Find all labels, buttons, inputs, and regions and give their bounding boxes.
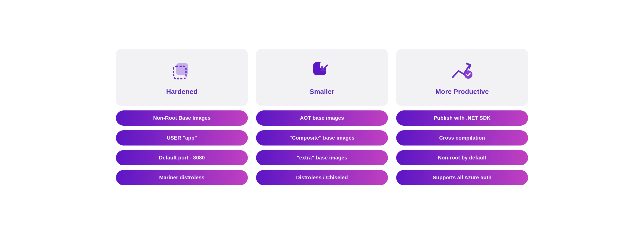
card-smaller: Smaller: [256, 49, 388, 106]
pill-hardened-3: Default port - 8080: [116, 150, 248, 165]
hardened-icon: [170, 59, 193, 83]
pill-smaller-1: AOT base images: [256, 110, 388, 126]
pill-smaller-3: "extra" base images: [256, 150, 388, 165]
pill-productive-4: Supports all Azure auth: [396, 170, 528, 185]
pill-smaller-2: "Composite" base images: [256, 130, 388, 146]
pill-productive-1: Publish with .NET SDK: [396, 110, 528, 126]
smaller-icon: [310, 59, 334, 83]
pill-smaller-4: Distroless / Chiseled: [256, 170, 388, 185]
card-smaller-title: Smaller: [310, 88, 334, 96]
card-productive: More Productive: [396, 49, 528, 106]
pill-hardened-1: Non-Root Base Images: [116, 110, 248, 126]
pill-hardened-4: Mariner distroless: [116, 170, 248, 185]
card-hardened: Hardened: [116, 49, 248, 106]
pill-productive-2: Cross compilation: [396, 130, 528, 146]
pill-hardened-2: USER "app": [116, 130, 248, 146]
card-hardened-title: Hardened: [166, 88, 198, 96]
column-hardened: Hardened Non-Root Base Images USER "app"…: [116, 49, 248, 185]
column-productive: More Productive Publish with .NET SDK Cr…: [396, 49, 528, 185]
column-smaller: Smaller AOT base images "Composite" base…: [256, 49, 388, 185]
productive-icon: [451, 59, 474, 83]
pill-productive-3: Non-root by default: [396, 150, 528, 165]
main-container: Hardened Non-Root Base Images USER "app"…: [116, 49, 528, 185]
svg-point-6: [465, 71, 472, 78]
card-productive-title: More Productive: [435, 88, 489, 96]
